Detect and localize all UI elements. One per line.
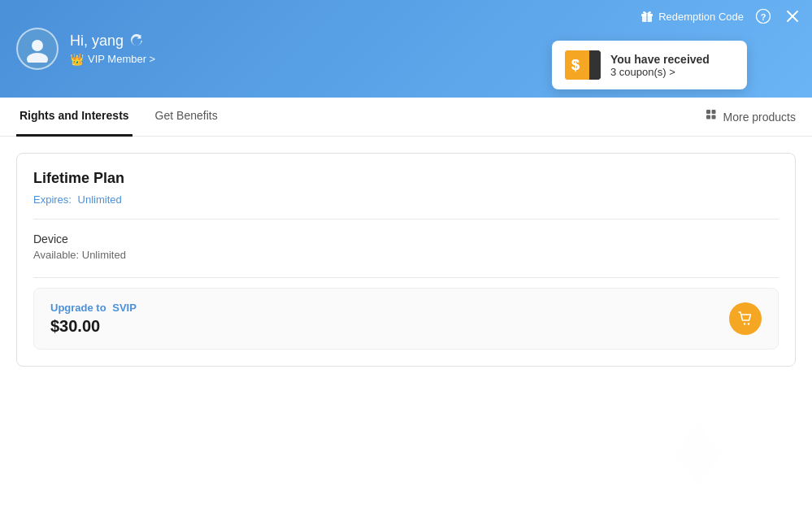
expires-value: Unlimited [78, 193, 122, 206]
svg-text:♦: ♦ [671, 389, 725, 507]
header: Redemption Code ? Hi, yang [0, 0, 812, 98]
coupon-image: $ 8 [565, 50, 601, 80]
crown-icon: 👑 [70, 53, 84, 66]
svg-rect-2 [646, 14, 648, 22]
upgrade-highlight: SVIP [112, 302, 137, 314]
plan-card: Lifetime Plan Expires: Unlimited Device … [16, 153, 796, 367]
header-top-bar: Redemption Code ? [640, 7, 802, 26]
divider-2 [33, 277, 779, 278]
tab-benefits-label: Get Benefits [155, 109, 218, 122]
svg-text:?: ? [761, 12, 766, 22]
coupon-text: You have received 3 coupon(s) > [610, 53, 710, 78]
close-button[interactable] [783, 7, 802, 26]
cart-icon [737, 311, 753, 327]
user-avatar-icon [24, 35, 51, 63]
vip-label: VIP Member > [88, 53, 155, 65]
upgrade-card[interactable]: Upgrade to SVIP $30.00 [33, 288, 779, 350]
coupon-sub: 3 coupon(s) > [610, 66, 710, 78]
tab-rights-label: Rights and Interests [20, 109, 129, 122]
greeting-text: Hi, yang [70, 33, 124, 50]
plan-title: Lifetime Plan [33, 170, 779, 187]
upgrade-title: Upgrade to SVIP [50, 302, 137, 314]
svg-rect-15 [706, 115, 710, 119]
svg-text:8: 8 [592, 59, 599, 72]
svg-rect-9 [565, 50, 589, 80]
help-icon: ? [756, 9, 771, 24]
add-to-cart-button[interactable] [729, 302, 762, 335]
redemption-code-label: Redemption Code [658, 11, 744, 23]
refresh-icon[interactable] [130, 34, 143, 47]
svg-point-17 [744, 323, 745, 324]
background-watermark: ♦ [584, 354, 812, 517]
device-available: Available: Unlimited [33, 249, 779, 261]
expires-label: Expires: [33, 193, 72, 206]
gift-icon [640, 10, 654, 23]
coupon-popup[interactable]: $ 8 You have received 3 coupon(s) > [552, 41, 747, 89]
coupon-title: You have received [610, 53, 710, 66]
grid-icon [706, 109, 719, 124]
svg-point-8 [27, 53, 48, 63]
svg-rect-14 [711, 110, 715, 114]
svg-point-7 [32, 40, 43, 51]
user-section: Hi, yang 👑 VIP Member > [16, 28, 155, 70]
plan-expires: Expires: Unlimited [33, 193, 779, 206]
more-products-button[interactable]: More products [706, 109, 796, 124]
svg-text:$: $ [571, 57, 580, 73]
svg-rect-16 [711, 115, 715, 119]
main-content: Rights and Interests Get Benefits More p… [0, 98, 812, 517]
svg-rect-11 [589, 50, 601, 80]
redemption-code-button[interactable]: Redemption Code [640, 10, 744, 23]
apps-icon [706, 109, 719, 122]
help-button[interactable]: ? [753, 7, 773, 26]
avatar [16, 28, 59, 70]
svg-rect-13 [706, 110, 710, 114]
greeting-row: Hi, yang [70, 33, 155, 50]
device-section: Device Available: Unlimited [33, 232, 779, 267]
divider-1 [33, 219, 779, 219]
tabs-bar: Rights and Interests Get Benefits More p… [0, 98, 812, 137]
more-products-label: More products [723, 111, 796, 124]
upgrade-info: Upgrade to SVIP $30.00 [50, 302, 137, 336]
svg-point-18 [748, 323, 749, 324]
upgrade-prefix: Upgrade to [50, 302, 106, 314]
upgrade-price: $30.00 [50, 317, 137, 336]
user-info: Hi, yang 👑 VIP Member > [70, 33, 155, 66]
tab-get-benefits[interactable]: Get Benefits [152, 98, 221, 137]
vip-badge[interactable]: 👑 VIP Member > [70, 53, 155, 66]
device-label: Device [33, 232, 779, 245]
coupon-icon: $ 8 [565, 50, 601, 80]
close-icon [787, 11, 798, 22]
plan-section: Lifetime Plan Expires: Unlimited Device … [0, 137, 812, 367]
tab-rights-and-interests[interactable]: Rights and Interests [16, 98, 132, 137]
